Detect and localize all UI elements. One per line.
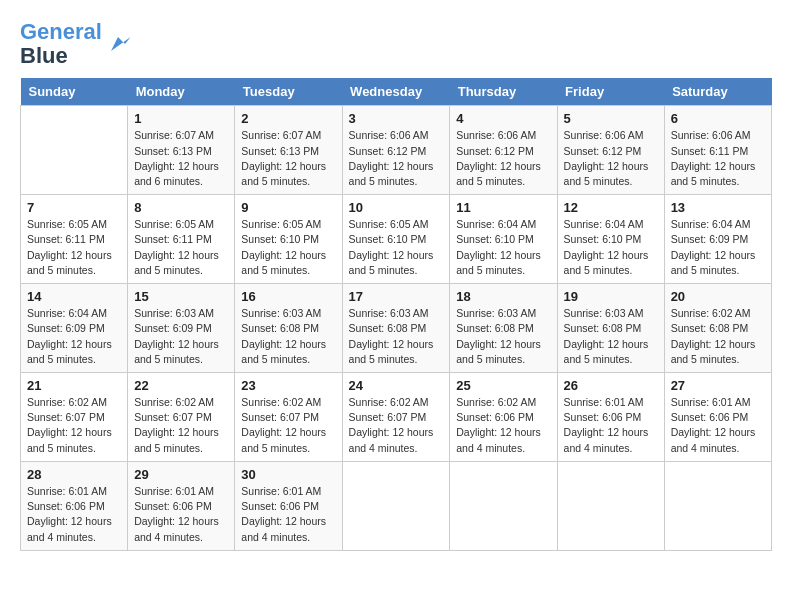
day-number: 5 (564, 111, 658, 126)
day-info: Sunrise: 6:04 AM Sunset: 6:10 PM Dayligh… (456, 217, 550, 278)
week-row-5: 28Sunrise: 6:01 AM Sunset: 6:06 PM Dayli… (21, 461, 772, 550)
day-info: Sunrise: 6:02 AM Sunset: 6:07 PM Dayligh… (241, 395, 335, 456)
day-cell: 15Sunrise: 6:03 AM Sunset: 6:09 PM Dayli… (128, 284, 235, 373)
week-row-4: 21Sunrise: 6:02 AM Sunset: 6:07 PM Dayli… (21, 373, 772, 462)
day-cell (664, 461, 771, 550)
day-number: 12 (564, 200, 658, 215)
day-cell: 10Sunrise: 6:05 AM Sunset: 6:10 PM Dayli… (342, 195, 450, 284)
logo-icon (104, 30, 132, 58)
day-cell: 8Sunrise: 6:05 AM Sunset: 6:11 PM Daylig… (128, 195, 235, 284)
col-header-monday: Monday (128, 78, 235, 106)
day-cell: 29Sunrise: 6:01 AM Sunset: 6:06 PM Dayli… (128, 461, 235, 550)
day-info: Sunrise: 6:05 AM Sunset: 6:10 PM Dayligh… (241, 217, 335, 278)
day-info: Sunrise: 6:01 AM Sunset: 6:06 PM Dayligh… (564, 395, 658, 456)
day-info: Sunrise: 6:01 AM Sunset: 6:06 PM Dayligh… (27, 484, 121, 545)
day-info: Sunrise: 6:01 AM Sunset: 6:06 PM Dayligh… (241, 484, 335, 545)
day-info: Sunrise: 6:02 AM Sunset: 6:06 PM Dayligh… (456, 395, 550, 456)
day-number: 4 (456, 111, 550, 126)
day-cell: 28Sunrise: 6:01 AM Sunset: 6:06 PM Dayli… (21, 461, 128, 550)
day-number: 13 (671, 200, 765, 215)
day-info: Sunrise: 6:04 AM Sunset: 6:09 PM Dayligh… (671, 217, 765, 278)
day-number: 23 (241, 378, 335, 393)
day-info: Sunrise: 6:06 AM Sunset: 6:11 PM Dayligh… (671, 128, 765, 189)
day-cell (557, 461, 664, 550)
col-header-thursday: Thursday (450, 78, 557, 106)
day-number: 24 (349, 378, 444, 393)
svg-marker-0 (111, 37, 131, 51)
day-info: Sunrise: 6:06 AM Sunset: 6:12 PM Dayligh… (456, 128, 550, 189)
day-cell: 20Sunrise: 6:02 AM Sunset: 6:08 PM Dayli… (664, 284, 771, 373)
col-header-saturday: Saturday (664, 78, 771, 106)
day-cell: 21Sunrise: 6:02 AM Sunset: 6:07 PM Dayli… (21, 373, 128, 462)
day-cell: 9Sunrise: 6:05 AM Sunset: 6:10 PM Daylig… (235, 195, 342, 284)
day-cell: 16Sunrise: 6:03 AM Sunset: 6:08 PM Dayli… (235, 284, 342, 373)
day-info: Sunrise: 6:03 AM Sunset: 6:08 PM Dayligh… (456, 306, 550, 367)
day-cell (450, 461, 557, 550)
day-cell: 19Sunrise: 6:03 AM Sunset: 6:08 PM Dayli… (557, 284, 664, 373)
day-number: 10 (349, 200, 444, 215)
day-cell: 22Sunrise: 6:02 AM Sunset: 6:07 PM Dayli… (128, 373, 235, 462)
day-number: 11 (456, 200, 550, 215)
day-number: 29 (134, 467, 228, 482)
week-row-3: 14Sunrise: 6:04 AM Sunset: 6:09 PM Dayli… (21, 284, 772, 373)
logo: General Blue (20, 20, 132, 68)
day-number: 1 (134, 111, 228, 126)
day-cell: 2Sunrise: 6:07 AM Sunset: 6:13 PM Daylig… (235, 106, 342, 195)
day-number: 3 (349, 111, 444, 126)
day-info: Sunrise: 6:04 AM Sunset: 6:09 PM Dayligh… (27, 306, 121, 367)
day-number: 6 (671, 111, 765, 126)
day-cell (21, 106, 128, 195)
day-info: Sunrise: 6:02 AM Sunset: 6:07 PM Dayligh… (349, 395, 444, 456)
day-info: Sunrise: 6:01 AM Sunset: 6:06 PM Dayligh… (134, 484, 228, 545)
day-info: Sunrise: 6:02 AM Sunset: 6:07 PM Dayligh… (27, 395, 121, 456)
day-number: 17 (349, 289, 444, 304)
day-info: Sunrise: 6:02 AM Sunset: 6:07 PM Dayligh… (134, 395, 228, 456)
calendar-header-row: SundayMondayTuesdayWednesdayThursdayFrid… (21, 78, 772, 106)
col-header-tuesday: Tuesday (235, 78, 342, 106)
day-cell: 17Sunrise: 6:03 AM Sunset: 6:08 PM Dayli… (342, 284, 450, 373)
day-number: 22 (134, 378, 228, 393)
day-cell: 24Sunrise: 6:02 AM Sunset: 6:07 PM Dayli… (342, 373, 450, 462)
day-number: 14 (27, 289, 121, 304)
day-cell: 27Sunrise: 6:01 AM Sunset: 6:06 PM Dayli… (664, 373, 771, 462)
day-number: 18 (456, 289, 550, 304)
day-number: 20 (671, 289, 765, 304)
day-cell: 3Sunrise: 6:06 AM Sunset: 6:12 PM Daylig… (342, 106, 450, 195)
day-info: Sunrise: 6:03 AM Sunset: 6:08 PM Dayligh… (241, 306, 335, 367)
page-header: General Blue (20, 20, 772, 68)
day-number: 9 (241, 200, 335, 215)
day-number: 25 (456, 378, 550, 393)
week-row-1: 1Sunrise: 6:07 AM Sunset: 6:13 PM Daylig… (21, 106, 772, 195)
day-cell: 6Sunrise: 6:06 AM Sunset: 6:11 PM Daylig… (664, 106, 771, 195)
col-header-sunday: Sunday (21, 78, 128, 106)
day-number: 8 (134, 200, 228, 215)
col-header-friday: Friday (557, 78, 664, 106)
day-cell: 11Sunrise: 6:04 AM Sunset: 6:10 PM Dayli… (450, 195, 557, 284)
day-cell: 5Sunrise: 6:06 AM Sunset: 6:12 PM Daylig… (557, 106, 664, 195)
day-info: Sunrise: 6:04 AM Sunset: 6:10 PM Dayligh… (564, 217, 658, 278)
day-number: 19 (564, 289, 658, 304)
day-info: Sunrise: 6:02 AM Sunset: 6:08 PM Dayligh… (671, 306, 765, 367)
day-number: 28 (27, 467, 121, 482)
day-info: Sunrise: 6:05 AM Sunset: 6:10 PM Dayligh… (349, 217, 444, 278)
day-cell: 1Sunrise: 6:07 AM Sunset: 6:13 PM Daylig… (128, 106, 235, 195)
day-cell (342, 461, 450, 550)
day-number: 27 (671, 378, 765, 393)
week-row-2: 7Sunrise: 6:05 AM Sunset: 6:11 PM Daylig… (21, 195, 772, 284)
day-number: 2 (241, 111, 335, 126)
day-cell: 4Sunrise: 6:06 AM Sunset: 6:12 PM Daylig… (450, 106, 557, 195)
day-cell: 18Sunrise: 6:03 AM Sunset: 6:08 PM Dayli… (450, 284, 557, 373)
day-info: Sunrise: 6:03 AM Sunset: 6:08 PM Dayligh… (349, 306, 444, 367)
day-info: Sunrise: 6:07 AM Sunset: 6:13 PM Dayligh… (134, 128, 228, 189)
calendar-table: SundayMondayTuesdayWednesdayThursdayFrid… (20, 78, 772, 550)
day-cell: 25Sunrise: 6:02 AM Sunset: 6:06 PM Dayli… (450, 373, 557, 462)
day-cell: 14Sunrise: 6:04 AM Sunset: 6:09 PM Dayli… (21, 284, 128, 373)
day-cell: 26Sunrise: 6:01 AM Sunset: 6:06 PM Dayli… (557, 373, 664, 462)
day-info: Sunrise: 6:06 AM Sunset: 6:12 PM Dayligh… (349, 128, 444, 189)
day-number: 7 (27, 200, 121, 215)
day-info: Sunrise: 6:05 AM Sunset: 6:11 PM Dayligh… (134, 217, 228, 278)
day-cell: 23Sunrise: 6:02 AM Sunset: 6:07 PM Dayli… (235, 373, 342, 462)
day-cell: 12Sunrise: 6:04 AM Sunset: 6:10 PM Dayli… (557, 195, 664, 284)
day-number: 15 (134, 289, 228, 304)
day-number: 21 (27, 378, 121, 393)
